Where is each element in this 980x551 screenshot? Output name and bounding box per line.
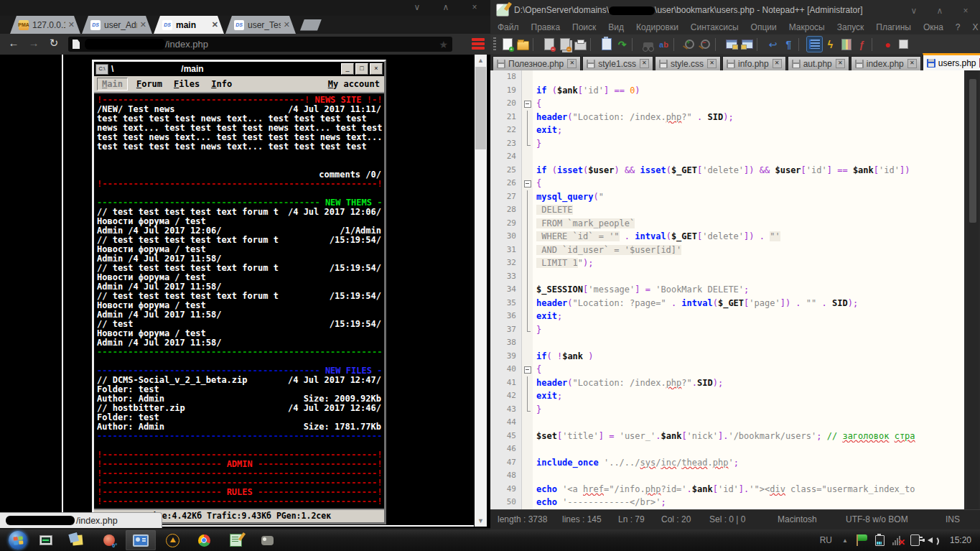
editor-scrollbar-thumb[interactable]	[969, 79, 976, 223]
npp-menu-окна[interactable]: Окна	[923, 22, 943, 32]
scrollbar-thumb[interactable]	[475, 67, 486, 149]
npp-menu-вид[interactable]: Вид	[608, 22, 624, 32]
npp-tab--php[interactable]: Полезное.php✕	[493, 56, 581, 70]
browser-tab-user-test-1234[interactable]: DSuser_Test_1234✕	[225, 16, 296, 34]
npp-minimize-button[interactable]: ∨	[907, 6, 921, 16]
language-indicator[interactable]: RU	[820, 535, 832, 545]
tab-close-icon[interactable]: ✕	[836, 59, 845, 68]
browser-tab-user-admin[interactable]: DSuser_Admin✕	[82, 16, 152, 34]
resource-monitor-shortcut[interactable]	[30, 529, 62, 551]
fold-collapse-icon[interactable]	[522, 363, 533, 376]
npp-menu-запуск[interactable]: Запуск	[837, 22, 864, 32]
sticky-notes-shortcut[interactable]	[62, 529, 93, 551]
tab-close-icon[interactable]: ✕	[907, 59, 917, 68]
npp-menu-опции[interactable]: Опции	[751, 22, 777, 32]
tab-close-icon[interactable]: ✕	[773, 59, 782, 68]
toolbar-grip[interactable]	[493, 37, 496, 52]
power-plug-icon[interactable]	[910, 534, 920, 546]
browser-maximize-button[interactable]: ∧	[439, 2, 453, 12]
replace-icon[interactable]: ab	[656, 37, 671, 52]
zoom-in-icon[interactable]	[682, 37, 697, 52]
address-bar[interactable]: /index.php ★	[68, 37, 452, 52]
save-all-icon[interactable]: −	[557, 37, 572, 52]
scroll-up-icon[interactable]: ▲	[475, 55, 487, 66]
openserver-flag-icon[interactable]	[857, 534, 867, 546]
print-icon[interactable]	[573, 37, 588, 52]
tab-close-icon[interactable]: ✕	[212, 20, 218, 29]
word-wrap-icon[interactable]: ↩	[765, 37, 780, 52]
menu-item-forum[interactable]: Forum	[136, 79, 162, 89]
new-tab-button[interactable]	[300, 19, 322, 31]
show-all-characters-icon[interactable]: ¶	[781, 37, 796, 52]
menu-item-main[interactable]: Main	[97, 78, 128, 91]
bookmark-star-icon[interactable]: ★	[439, 39, 448, 50]
function-list-icon[interactable]: ƒ	[854, 37, 869, 52]
open-file-icon[interactable]	[515, 37, 531, 52]
npp-close-button[interactable]: ×	[958, 6, 973, 16]
tab-close-icon[interactable]: ✕	[707, 59, 717, 68]
browser-minimize-button[interactable]: ∨	[410, 2, 424, 12]
hidden-icons-arrow[interactable]: ▲	[842, 537, 848, 544]
find-icon[interactable]	[640, 37, 655, 52]
network-icon[interactable]: ✕	[892, 536, 902, 545]
sync-horizontal-icon[interactable]	[739, 37, 755, 52]
npp-menu-файл[interactable]: Файл	[498, 22, 519, 32]
browser-tab-main[interactable]: DSmain✕	[154, 16, 224, 34]
back-button[interactable]: ←	[6, 37, 22, 49]
fold-collapse-icon[interactable]	[522, 97, 533, 111]
save-icon[interactable]: −	[541, 37, 556, 52]
redo-icon[interactable]: ↷	[615, 37, 630, 52]
npp-menu-плагины[interactable]: Плагины	[876, 22, 911, 32]
tab-close-icon[interactable]: ✕	[567, 59, 577, 68]
menu-close-button[interactable]: X	[973, 22, 979, 32]
npp-maximize-button[interactable]: ∧	[933, 6, 947, 16]
editor-scrollbar[interactable]	[967, 70, 979, 510]
terminal-minimize-button[interactable]: _	[341, 63, 354, 75]
menu-item-my-account[interactable]: My account	[328, 79, 380, 89]
fold-collapse-icon[interactable]	[522, 177, 533, 190]
terminal-close-button[interactable]: ×	[370, 63, 383, 75]
npp-menu-макросы[interactable]: Макросы	[789, 22, 825, 32]
zoom-out-icon[interactable]	[698, 37, 713, 52]
tab-close-icon[interactable]: ✕	[284, 20, 290, 29]
refresh-button[interactable]: ↻	[46, 37, 62, 50]
npp-menu-поиск[interactable]: Поиск	[572, 22, 596, 32]
macro-stop-icon[interactable]	[896, 37, 911, 52]
npp-tab-style-css[interactable]: style.css✕	[655, 56, 721, 70]
document-map-icon[interactable]	[839, 37, 854, 52]
npp-menu-правка[interactable]: Правка	[531, 22, 561, 32]
shortcut-mapper-icon[interactable]: ϟ	[823, 37, 838, 52]
npp-tab-aut-php[interactable]: aut.php✕	[788, 56, 849, 70]
chrome-button[interactable]	[189, 530, 219, 550]
new-file-icon[interactable]: +	[500, 37, 515, 52]
recycle-tray-icon[interactable]	[875, 535, 885, 546]
npp-tab-users-php[interactable]: users.php✕	[923, 53, 980, 70]
misc-app-button[interactable]	[252, 530, 282, 550]
scroll-down-icon[interactable]: ▼	[475, 515, 487, 527]
start-button[interactable]	[6, 529, 30, 551]
tab-close-icon[interactable]: ✕	[140, 20, 146, 29]
indent-guide-icon[interactable]	[807, 37, 822, 52]
aimp-button[interactable]	[157, 530, 187, 550]
code-editor[interactable]: 1819if ($ank['id'] == 0)20{21header("Loc…	[490, 70, 964, 510]
notepadpp-taskbar-button[interactable]	[220, 530, 251, 550]
npp-tab-index-php[interactable]: index.php✕	[851, 56, 921, 70]
npp-tab-info-php[interactable]: info.php✕	[722, 56, 786, 70]
forward-button[interactable]: →	[26, 37, 42, 49]
volume-icon[interactable]	[928, 535, 938, 545]
browser-menu-button[interactable]	[472, 38, 485, 50]
paste-icon[interactable]	[599, 37, 614, 52]
menu-item-info[interactable]: Info	[211, 79, 232, 89]
terminal-maximize-button[interactable]: □	[355, 63, 368, 75]
tab-close-icon[interactable]: ✕	[68, 20, 75, 29]
sync-vertical-icon[interactable]	[724, 37, 739, 52]
gauge-widget-shortcut[interactable]	[93, 529, 125, 551]
npp-menu-?[interactable]: ?	[956, 22, 961, 32]
npp-menu-синтаксисы[interactable]: Синтаксисы	[691, 22, 739, 32]
tab-close-icon[interactable]: ✕	[640, 59, 649, 68]
npp-tab-style1-css[interactable]: style1.css✕	[582, 56, 653, 70]
macro-record-icon[interactable]: ●	[880, 37, 895, 52]
browser-scrollbar[interactable]: ▲ ▼	[475, 55, 487, 527]
browser-tab-127-0-0-1-127-[interactable]: PMA127.0.0.1 / 127.✕	[10, 16, 80, 34]
menu-item-files[interactable]: Files	[174, 79, 200, 89]
